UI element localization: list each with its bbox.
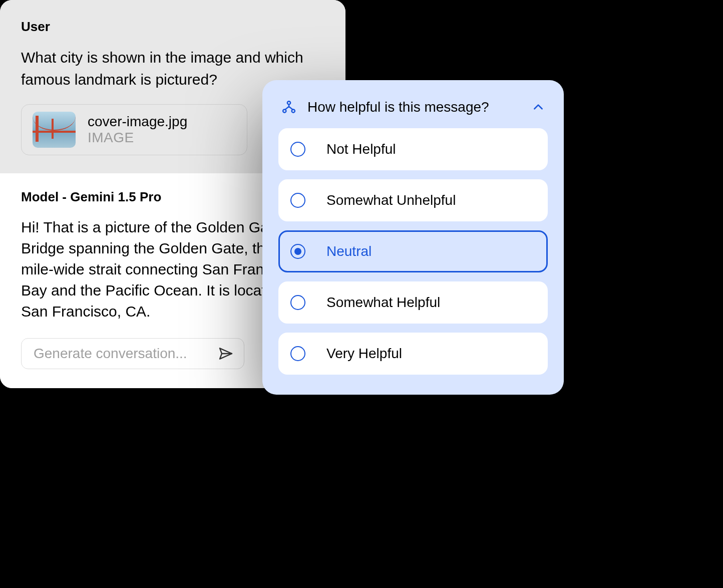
rating-option[interactable]: Very Helpful [278,333,548,375]
attachment-chip[interactable]: cover-image.jpg IMAGE [21,104,247,155]
rating-option-label: Not Helpful [326,141,396,157]
rating-option-label: Very Helpful [326,346,402,362]
input-placeholder: Generate conversation... [34,346,187,362]
rating-option-label: Neutral [326,243,372,259]
attachment-type: IMAGE [88,130,187,146]
rating-header[interactable]: How helpful is this message? [278,96,548,128]
rating-option-label: Somewhat Unhelpful [326,192,456,208]
attachment-thumbnail [33,112,76,148]
rating-option-label: Somewhat Helpful [326,295,440,311]
generate-input[interactable]: Generate conversation... [21,338,244,369]
rating-card: How helpful is this message? Not Helpful… [262,80,564,395]
send-icon[interactable] [218,346,234,362]
user-label: User [21,19,324,35]
rating-options: Not Helpful Somewhat Unhelpful Neutral S… [278,128,548,375]
radio-icon [290,244,305,259]
radio-icon [290,295,305,310]
rating-option[interactable]: Not Helpful [278,128,548,170]
radio-icon [290,193,305,208]
rating-option[interactable]: Somewhat Unhelpful [278,179,548,221]
rating-title: How helpful is this message? [307,99,521,115]
attachment-meta: cover-image.jpg IMAGE [88,114,187,146]
attachment-filename: cover-image.jpg [88,114,187,130]
radio-icon [290,346,305,361]
radio-icon [290,142,305,157]
hierarchy-icon [281,100,296,115]
rating-option[interactable]: Somewhat Helpful [278,281,548,324]
chevron-up-icon[interactable] [532,101,545,114]
rating-option[interactable]: Neutral [278,230,548,272]
